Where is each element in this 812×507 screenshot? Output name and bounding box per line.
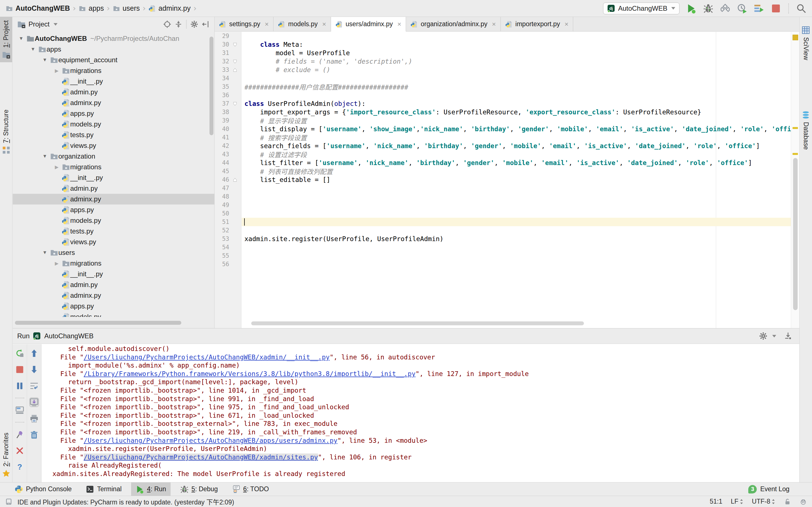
soft-wrap-button[interactable] <box>30 381 39 390</box>
code-line-45[interactable]: # 列表可直接修改列配置 <box>242 167 791 175</box>
code-line-46[interactable]: list_editable = [] <box>242 175 791 184</box>
tree-item-users[interactable]: ▼users <box>13 247 214 258</box>
code-line-51[interactable] <box>242 218 791 226</box>
locate-file-button[interactable] <box>163 20 171 29</box>
concurrency-diagram-button[interactable] <box>754 3 764 13</box>
breadcrumb-item[interactable]: AutoChangWEB <box>6 4 70 12</box>
code-line-54[interactable] <box>242 243 791 251</box>
editor-tab-importexport-py[interactable]: importexport.py× <box>501 17 573 31</box>
tree-item-apps.py[interactable]: apps.py <box>13 108 214 119</box>
tree-item-migrations[interactable]: ▶migrations <box>13 65 214 76</box>
clear-all-button[interactable] <box>30 431 39 439</box>
tree-item-models.py[interactable]: models.py <box>13 119 214 129</box>
run-configuration-selector[interactable]: dj AutoChangWEB <box>603 3 679 14</box>
caret-position-widget[interactable]: 51:1 <box>710 498 722 505</box>
tab-close-icon[interactable]: × <box>322 20 326 28</box>
stop-button[interactable] <box>771 3 781 13</box>
event-log-widget[interactable]: 3Event Log <box>748 485 790 494</box>
toolwindow-toggle-icon[interactable] <box>5 498 12 505</box>
code-line-34[interactable] <box>242 74 791 82</box>
tree-item-adminx.py[interactable]: adminx.py <box>13 98 214 108</box>
tree-expanded-arrow-icon[interactable]: ▼ <box>28 47 38 52</box>
tree-item-views.py[interactable]: views.py <box>13 237 214 247</box>
code-line-39[interactable]: # 显示字段设置 <box>242 116 791 125</box>
run-with-coverage-button[interactable] <box>720 3 730 13</box>
tree-item-migrations[interactable]: ▶migrations <box>13 162 214 172</box>
chevron-down-icon[interactable] <box>772 335 776 337</box>
code-line-36[interactable] <box>242 91 791 100</box>
code-line-37[interactable]: class UserProfileAdmin(object): <box>242 100 791 108</box>
tree-item-__init__.py[interactable]: __init__.py <box>13 269 214 279</box>
code-line-35[interactable]: ##############用户信息配置################## <box>242 82 791 91</box>
code-line-41[interactable]: # 搜索字段设置 <box>242 133 791 142</box>
code-line-31[interactable]: model = UserProfile <box>242 49 791 57</box>
console-file-link[interactable]: /Library/Frameworks/Python.framework/Ver… <box>84 370 416 378</box>
code-line-55[interactable] <box>242 251 791 260</box>
code-line-29[interactable] <box>242 32 791 40</box>
tree-collapsed-arrow-icon[interactable]: ▶ <box>52 261 62 267</box>
code-line-52[interactable] <box>242 226 791 235</box>
editor-tab-models-py[interactable]: models.py× <box>273 17 331 31</box>
tree-item-models.py[interactable]: models.py <box>13 312 214 317</box>
toolwindow-button-run[interactable]: 4: Run <box>131 483 170 496</box>
toolwindow-button-todo[interactable]: 6: TODO <box>227 483 273 496</box>
fold-marker-icon[interactable] <box>229 102 241 106</box>
scroll-to-end-button[interactable] <box>30 398 39 407</box>
tab-close-icon[interactable]: × <box>564 20 568 28</box>
tree-item-tests.py[interactable]: tests.py <box>13 226 214 237</box>
stripe-tab-project[interactable]: 1: Project <box>0 17 12 62</box>
hide-panel-button[interactable] <box>783 332 793 341</box>
tree-item-admin.py[interactable]: admin.py <box>13 87 214 98</box>
stop-button[interactable] <box>15 365 24 374</box>
console-file-link[interactable]: /Users/liuchang/PycharmProjects/AutoChan… <box>84 437 338 444</box>
code-line-44[interactable]: list_filter = ['username', 'nick_name', … <box>242 159 791 167</box>
editor-tab-users-adminx-py[interactable]: users/adminx.py× <box>331 17 406 32</box>
editor-tab-organization-adminx-py[interactable]: organization/adminx.py× <box>406 17 501 31</box>
code-line-32[interactable]: # fields = ('name', 'description',) <box>242 57 791 66</box>
line-separator-widget[interactable]: LF <box>731 498 744 505</box>
warning-stripe-mark[interactable] <box>793 153 798 155</box>
tree-item-apps.py[interactable]: apps.py <box>13 301 214 312</box>
tab-close-icon[interactable]: × <box>265 20 269 28</box>
tree-item-__init__.py[interactable]: __init__.py <box>13 172 214 183</box>
tree-collapsed-arrow-icon[interactable]: ▶ <box>52 164 62 170</box>
tree-item-adminx.py[interactable]: adminx.py <box>13 194 214 205</box>
fold-marker-icon[interactable] <box>229 43 241 47</box>
code-editor[interactable]: 2930313233343536373839404142434445464748… <box>214 32 791 328</box>
rerun-button[interactable] <box>15 349 24 358</box>
fold-marker-icon[interactable] <box>229 68 241 72</box>
code-line-56[interactable] <box>242 260 791 269</box>
editor-horizontal-scrollbar[interactable] <box>251 321 584 325</box>
help-button[interactable]: ? <box>15 462 24 471</box>
tree-collapsed-arrow-icon[interactable]: ▶ <box>52 68 62 74</box>
fold-marker-icon[interactable] <box>229 178 241 182</box>
pin-tab-button[interactable] <box>15 430 24 439</box>
warning-stripe-mark[interactable] <box>793 127 798 129</box>
tree-item-apps[interactable]: ▼apps <box>13 44 214 55</box>
code-line-42[interactable]: search_fields = ['username', 'nick_name'… <box>242 142 791 150</box>
print-button[interactable] <box>30 414 39 423</box>
close-button[interactable] <box>15 446 24 455</box>
code-line-53[interactable]: xadmin.site.register(UserProfile, UserPr… <box>242 235 791 243</box>
tree-horizontal-scrollbar[interactable] <box>15 321 181 325</box>
code-line-48[interactable] <box>242 192 791 201</box>
tree-item-__init__.py[interactable]: __init__.py <box>13 76 214 87</box>
console-file-link[interactable]: /Users/liuchang/PycharmProjects/AutoChan… <box>84 453 318 461</box>
tree-item-views.py[interactable]: views.py <box>13 140 214 151</box>
tree-item-tests.py[interactable]: tests.py <box>13 129 214 140</box>
run-button[interactable] <box>686 3 696 13</box>
editor-tab-settings-py[interactable]: settings.py× <box>214 17 273 31</box>
editor-vertical-scrollbar[interactable] <box>793 158 798 310</box>
console-output[interactable]: self.module.autodiscover() File "/Users/… <box>42 344 799 482</box>
tree-expanded-arrow-icon[interactable]: ▼ <box>40 250 50 256</box>
toolwindow-button-debug[interactable]: 5: Debug <box>175 483 222 496</box>
breadcrumb-item[interactable]: users <box>113 4 140 12</box>
breadcrumb-item[interactable]: adminx.py <box>149 4 191 12</box>
code-line-50[interactable] <box>242 209 791 218</box>
fold-marker-icon[interactable] <box>229 59 241 64</box>
code-line-43[interactable]: # 设置过滤字段 <box>242 150 791 159</box>
breadcrumb-item[interactable]: apps <box>79 4 104 12</box>
tree-expanded-arrow-icon[interactable]: ▼ <box>40 57 50 63</box>
tree-item-AutoChangWEB[interactable]: ▼AutoChangWEB~/PycharmProjects/AutoChan <box>13 33 214 44</box>
gear-icon[interactable] <box>190 20 199 29</box>
